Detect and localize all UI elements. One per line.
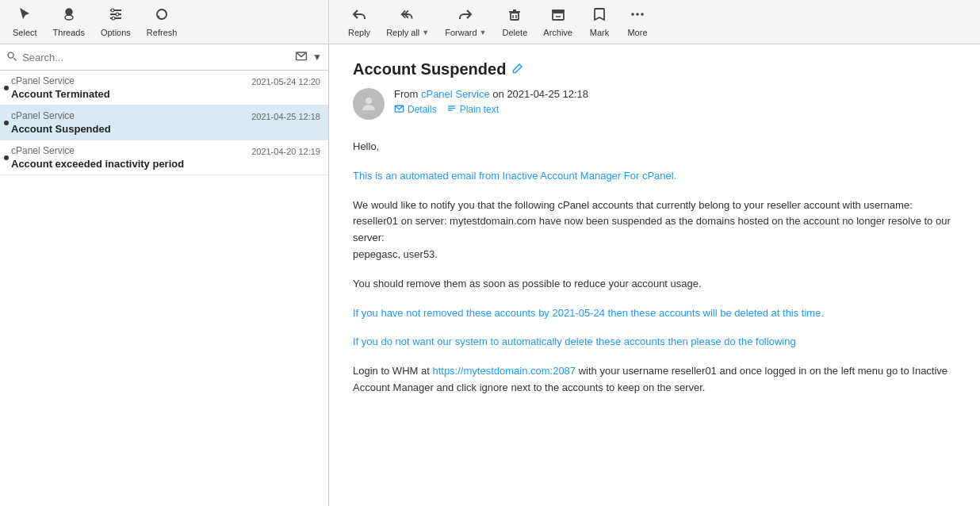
body-paragraph-system: If you do not want our system to automat…: [353, 334, 956, 351]
email-title: Account Suspended: [353, 60, 506, 79]
threads-button[interactable]: Threads: [47, 3, 91, 40]
threads-label: Threads: [53, 28, 85, 37]
delete-button[interactable]: Delete: [496, 3, 534, 40]
edit-icon[interactable]: [512, 63, 523, 76]
email-item-account-terminated[interactable]: cPanel Service 2021-05-24 12:20 Account …: [0, 71, 328, 105]
email-date: 2021-04-25 12:18: [251, 112, 320, 121]
more-button[interactable]: More: [620, 3, 655, 40]
from-sender-link[interactable]: cPanel Service: [421, 88, 490, 100]
body-paragraph-login: Login to WHM at https://mytestdomain.com…: [353, 363, 956, 397]
from-line: From cPanel Service on 2021-04-25 12:18: [394, 88, 588, 100]
svg-rect-10: [511, 13, 519, 20]
delete-icon: [507, 6, 523, 26]
search-input[interactable]: [22, 52, 290, 63]
envelope-icon: [394, 103, 404, 116]
details-link[interactable]: Details: [394, 103, 437, 116]
email-date: 2021-04-20 12:19: [251, 147, 320, 156]
unread-bullet: [4, 121, 9, 125]
options-label: Options: [101, 28, 131, 37]
unread-bullet: [4, 86, 9, 90]
email-subject: Account Suspended: [11, 123, 320, 135]
mark-icon: [591, 6, 607, 26]
archive-label: Archive: [543, 28, 572, 37]
email-date: 2021-05-24 12:20: [251, 77, 320, 86]
whm-link[interactable]: https://mytestdomain.com:2087: [432, 365, 576, 377]
reply-all-button[interactable]: Reply all ▼: [380, 3, 435, 40]
select-button[interactable]: Select: [6, 3, 44, 40]
svg-point-18: [641, 13, 644, 16]
svg-point-6: [111, 9, 114, 12]
email-meta: From cPanel Service on 2021-04-25 12:18: [353, 88, 956, 120]
sender-name: cPanel Service: [11, 75, 75, 86]
select-label: Select: [13, 28, 37, 37]
sender-date-row: cPanel Service 2021-04-25 12:18: [11, 110, 320, 123]
options-button[interactable]: Options: [94, 3, 137, 40]
reply-label: Reply: [348, 28, 370, 37]
email-header: Account Suspended From: [353, 60, 956, 120]
threads-icon: [61, 6, 77, 26]
body-paragraph-remove: You should remove them as soon as possib…: [353, 276, 956, 293]
options-icon: [108, 6, 124, 26]
svg-point-2: [65, 15, 73, 20]
mark-label: Mark: [590, 28, 609, 37]
right-panel: Account Suspended From: [329, 44, 980, 506]
reply-icon: [351, 6, 367, 26]
forward-button[interactable]: Forward ▼: [438, 3, 492, 40]
body-paragraph-deadline: If you have not removed these accounts b…: [353, 305, 956, 322]
refresh-icon: [154, 6, 170, 26]
email-subject: Account exceeded inactivity period: [11, 158, 320, 170]
mark-button[interactable]: Mark: [582, 3, 617, 40]
more-label: More: [627, 28, 647, 37]
email-body: Hello, This is an automated email from I…: [353, 139, 956, 397]
reply-all-dropdown-arrow: ▼: [422, 29, 429, 36]
body-paragraph-automated: This is an automated email from Inactive…: [353, 168, 956, 185]
from-label: From: [394, 88, 418, 100]
plain-text-icon: [446, 103, 457, 116]
search-icon: [6, 51, 17, 64]
email-subject: Account Terminated: [11, 88, 320, 100]
svg-point-8: [112, 17, 115, 20]
email-from-info: From cPanel Service on 2021-04-25 12:18: [394, 88, 588, 116]
archive-icon: [550, 6, 566, 26]
body-paragraph-hello: Hello,: [353, 139, 956, 155]
email-actions-row: Details Plain text: [394, 103, 588, 116]
search-bar: ▼: [0, 44, 328, 71]
compose-mail-icon[interactable]: [295, 49, 308, 65]
from-date: on 2021-04-25 12:18: [492, 88, 588, 100]
svg-point-17: [636, 13, 639, 16]
left-panel: ▼ cPanel Service 2021-05-24 12:20 Accoun…: [0, 44, 329, 506]
reply-all-label: Reply all: [386, 28, 419, 37]
svg-point-7: [116, 13, 119, 16]
details-label: Details: [408, 104, 437, 115]
body-paragraph-notify: We would like to notify you that the fol…: [353, 197, 956, 263]
svg-line-20: [13, 58, 17, 61]
main-toolbar: Select Threads: [0, 0, 980, 44]
archive-button[interactable]: Archive: [537, 3, 579, 40]
toolbar-left: Select Threads: [0, 0, 329, 44]
sender-name: cPanel Service: [11, 110, 75, 121]
svg-point-19: [8, 52, 13, 58]
main-content: ▼ cPanel Service 2021-05-24 12:20 Accoun…: [0, 44, 980, 506]
unread-bullet: [4, 155, 9, 160]
forward-dropdown-arrow: ▼: [480, 29, 487, 36]
delete-label: Delete: [503, 28, 528, 37]
email-item-inactivity[interactable]: cPanel Service 2021-04-20 12:19 Account …: [0, 140, 328, 175]
email-title-row: Account Suspended: [353, 60, 956, 79]
search-dropdown-icon[interactable]: ▼: [312, 52, 322, 63]
toolbar-right: Reply Reply all ▼: [329, 0, 980, 44]
sender-name: cPanel Service: [11, 145, 75, 156]
plain-text-link[interactable]: Plain text: [446, 103, 499, 116]
reply-all-icon: [400, 6, 415, 26]
sender-date-row: cPanel Service 2021-04-20 12:19: [11, 145, 320, 158]
email-item-account-suspended[interactable]: cPanel Service 2021-04-25 12:18 Account …: [0, 105, 328, 140]
reply-button[interactable]: Reply: [342, 3, 377, 40]
forward-icon: [457, 6, 473, 26]
more-icon: [630, 6, 645, 26]
refresh-button[interactable]: Refresh: [140, 3, 184, 40]
cursor-icon: [17, 6, 33, 26]
plain-text-label: Plain text: [460, 104, 499, 115]
svg-point-22: [366, 98, 372, 104]
email-list: cPanel Service 2021-05-24 12:20 Account …: [0, 71, 328, 506]
sender-date-row: cPanel Service 2021-05-24 12:20: [11, 75, 320, 88]
refresh-label: Refresh: [147, 28, 178, 37]
